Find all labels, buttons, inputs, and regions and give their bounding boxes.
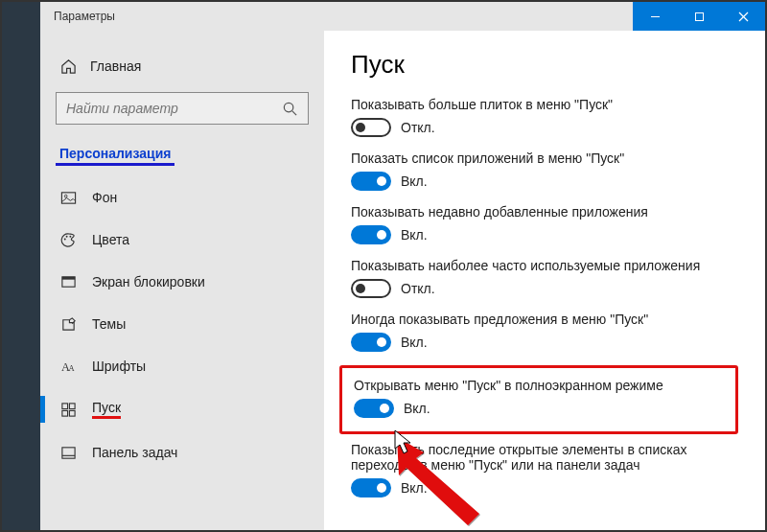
sidebar-item-fonts[interactable]: AA Шрифты	[56, 348, 309, 384]
window-controls	[633, 2, 765, 31]
sidebar-home[interactable]: Главная	[56, 52, 309, 92]
home-icon	[59, 58, 77, 75]
setting-more-tiles: Показывать больше плиток в меню "Пуск" О…	[351, 97, 738, 137]
svg-point-7	[64, 195, 67, 197]
setting-label: Показывать последние открытые элементы в…	[351, 442, 738, 473]
toggle-app-list[interactable]	[351, 172, 391, 191]
svg-text:A: A	[68, 363, 75, 373]
sidebar-item-label: Экран блокировки	[92, 274, 205, 289]
close-button[interactable]	[721, 2, 765, 31]
toggle-suggestions[interactable]	[351, 333, 391, 352]
svg-point-10	[69, 235, 71, 237]
titlebar: Параметры	[40, 2, 765, 31]
toggle-state: Вкл.	[401, 335, 428, 350]
setting-jump-lists: Показывать последние открытые элементы в…	[351, 442, 738, 497]
setting-label: Показывать наиболее часто используемые п…	[351, 258, 738, 273]
setting-label: Открывать меню "Пуск" в полноэкранном ре…	[354, 378, 724, 393]
toggle-state: Вкл.	[401, 480, 428, 496]
search-icon	[281, 100, 298, 117]
setting-label: Показывать недавно добавленные приложени…	[351, 204, 738, 220]
themes-icon	[59, 315, 77, 333]
sidebar-item-background[interactable]: Фон	[56, 179, 309, 216]
setting-suggestions: Иногда показывать предложения в меню "Пу…	[351, 312, 738, 352]
sidebar-item-lockscreen[interactable]: Экран блокировки	[56, 264, 309, 300]
svg-point-8	[63, 238, 65, 240]
sidebar-item-label: Фон	[92, 190, 117, 205]
maximize-button[interactable]	[677, 2, 721, 31]
toggle-recently-added[interactable]	[351, 225, 391, 244]
page-title: Пуск	[351, 50, 738, 80]
toggle-more-tiles[interactable]	[351, 118, 391, 137]
setting-fullscreen-start: Открывать меню "Пуск" в полноэкранном ре…	[354, 378, 724, 418]
toggle-state: Откл.	[401, 281, 435, 296]
sidebar-home-label: Главная	[90, 58, 141, 74]
toggle-state: Откл.	[401, 120, 435, 135]
sidebar: Главная Персонализация Фон	[40, 31, 324, 530]
svg-rect-19	[61, 447, 74, 457]
svg-point-4	[284, 103, 292, 111]
sidebar-item-label: Цвета	[92, 232, 129, 247]
svg-rect-1	[695, 12, 703, 20]
sidebar-item-label: Шрифты	[92, 359, 146, 374]
window-title: Параметры	[40, 10, 633, 23]
svg-point-9	[65, 235, 67, 237]
sidebar-item-colors[interactable]: Цвета	[56, 221, 309, 258]
setting-label: Показать список приложений в меню "Пуск"	[351, 150, 738, 166]
sidebar-item-taskbar[interactable]: Панель задач	[56, 434, 309, 471]
minimize-button[interactable]	[633, 2, 677, 31]
toggle-jump-lists[interactable]	[351, 478, 391, 497]
setting-recently-added: Показывать недавно добавленные приложени…	[351, 204, 738, 244]
toggle-state: Вкл.	[404, 401, 430, 416]
search-field[interactable]	[66, 101, 281, 116]
sidebar-category[interactable]: Персонализация	[56, 142, 174, 166]
svg-line-5	[291, 110, 295, 114]
setting-app-list: Показать список приложений в меню "Пуск"…	[351, 150, 738, 191]
highlight-box: Открывать меню "Пуск" в полноэкранном ре…	[339, 365, 738, 434]
toggle-state: Вкл.	[401, 173, 428, 189]
toggle-most-used[interactable]	[351, 279, 391, 298]
setting-label: Иногда показывать предложения в меню "Пу…	[351, 312, 738, 327]
svg-rect-17	[61, 410, 67, 416]
svg-rect-16	[69, 403, 75, 408]
sidebar-item-label: Панель задач	[92, 445, 177, 460]
svg-rect-6	[61, 192, 75, 202]
setting-label: Показывать больше плиток в меню "Пуск"	[351, 97, 738, 112]
search-input[interactable]	[56, 92, 309, 125]
svg-rect-15	[61, 403, 67, 408]
lockscreen-icon	[59, 273, 77, 290]
sidebar-item-label: Пуск	[92, 400, 121, 419]
svg-rect-18	[69, 410, 75, 416]
palette-icon	[59, 231, 77, 248]
main-panel: Пуск Показывать больше плиток в меню "Пу…	[324, 31, 765, 530]
setting-most-used: Показывать наиболее часто используемые п…	[351, 258, 738, 298]
taskbar-icon	[59, 444, 77, 461]
sidebar-item-themes[interactable]: Темы	[56, 306, 309, 342]
start-icon	[59, 401, 77, 418]
fonts-icon: AA	[59, 358, 77, 375]
toggle-state: Вкл.	[401, 227, 428, 243]
sidebar-item-start[interactable]: Пуск	[56, 390, 309, 428]
picture-icon	[59, 189, 77, 206]
toggle-fullscreen-start[interactable]	[354, 399, 394, 418]
svg-rect-12	[61, 276, 74, 279]
sidebar-item-label: Темы	[92, 316, 126, 332]
